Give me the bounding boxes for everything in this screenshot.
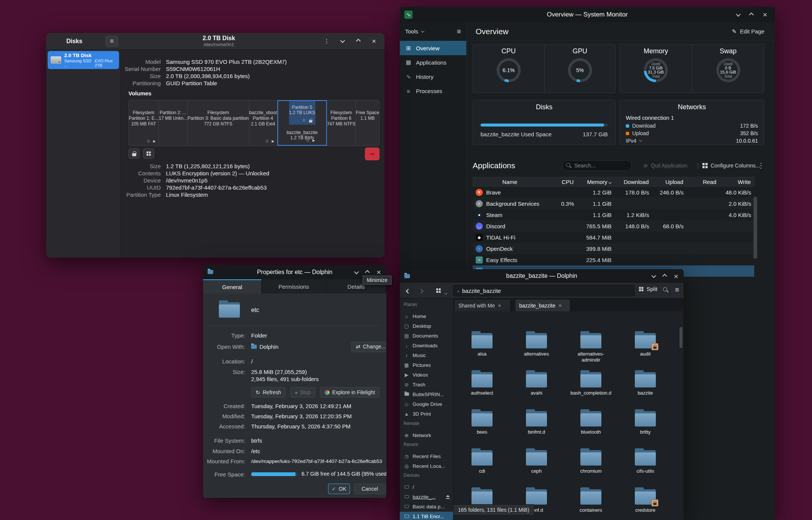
table-header[interactable]: Name CPU Memory Download Upload Read Wri…	[473, 177, 754, 187]
breadcrumb[interactable]: bazzite_bazzite	[462, 288, 501, 294]
sidebar-item-overview[interactable]: ⊞ Overview	[400, 41, 466, 55]
delete-partition-button[interactable]: −	[365, 148, 380, 160]
volume-partition-3[interactable]: FilesystemPartition 3: Basic data partit…	[188, 100, 249, 146]
cancel-button[interactable]: Cancel	[354, 484, 386, 494]
view-scrollbar[interactable]	[679, 327, 682, 348]
hamburger-menu-icon[interactable]: ≡	[675, 286, 679, 294]
close-icon[interactable]: ×	[377, 268, 381, 276]
sidebar-item-applications[interactable]: ▦ Applications	[400, 55, 466, 69]
forward-button[interactable]	[419, 288, 423, 294]
minimize-icon[interactable]	[337, 36, 348, 47]
sidebar-item-recent-files[interactable]: ◷Recent Files	[400, 452, 453, 461]
search-field[interactable]	[562, 160, 632, 171]
volume-partition-5-selected[interactable]: Partition 51.2 TB LUKS ☆ bazzite_bazzite…	[277, 100, 327, 146]
hamburger-menu-icon[interactable]: ≡	[105, 36, 118, 47]
hamburger-menu-icon[interactable]: ≡	[457, 27, 461, 36]
table-row-background-services[interactable]: ≡Background Services 0.3%1.1 GiB2.0 KiB/…	[473, 198, 754, 209]
folder-item[interactable]: alternatives-admindir	[570, 331, 612, 363]
folder-item[interactable]: ceph	[515, 448, 557, 474]
sidebar-item-documents[interactable]: ▤Documents	[400, 331, 453, 340]
folder-item[interactable]: binfmt.d	[515, 409, 557, 435]
folder-item[interactable]: bees	[461, 409, 503, 435]
close-icon[interactable]: ×	[763, 11, 767, 18]
col-read[interactable]: Read	[686, 179, 719, 185]
sidebar-item-trash[interactable]: ⊘Trash	[400, 380, 453, 389]
maximize-icon[interactable]	[353, 36, 363, 47]
dolphin-titlebar[interactable]: bazzite_bazzite — Dolphin ×	[400, 269, 684, 283]
volume-partition-2[interactable]: Partition 2: ...17 MB Unkn...	[159, 100, 188, 146]
folder-item[interactable]: bash_completion.d	[570, 370, 612, 396]
tab-shared-with-me[interactable]: Shared with Me ×	[455, 300, 510, 311]
sidebar-item-encrypted-drive[interactable]: 1.1 TiB Encr...	[400, 512, 453, 520]
table-row-discord[interactable]: ◡Discord 765.5 MiB148.0 B/s68.0 B/s	[473, 220, 754, 232]
sidebar-item-basic-data[interactable]: Basic data p...	[400, 502, 453, 511]
quit-application-button[interactable]: ⊘ Quit Application	[643, 163, 687, 169]
sidebar-item-recent-locations[interactable]: ◎Recent Loca...	[400, 461, 453, 470]
tab-close-icon[interactable]: ×	[498, 302, 501, 309]
table-row-brave[interactable]: ▼Brave 1.2 GiB178.0 B/s246.0 B/s48.0 KiB…	[473, 187, 754, 198]
ok-button[interactable]: ✓OK	[328, 484, 350, 494]
change-button[interactable]: ⇄Change...	[351, 342, 386, 352]
search-icon[interactable]	[663, 287, 668, 294]
tab-permissions[interactable]: Permissions	[262, 279, 326, 294]
folder-item[interactable]: containers	[570, 487, 612, 513]
minimize-icon[interactable]	[652, 273, 655, 279]
sidebar-item-processes[interactable]: ≡ Processes	[400, 84, 466, 98]
table-row-tidal[interactable]: ◆TIDAL Hi-Fi 584.7 MiB	[473, 232, 754, 243]
maximize-icon[interactable]	[750, 11, 753, 18]
properties-titlebar[interactable]: Properties for etc — Dolphin ×	[203, 265, 386, 279]
folder-item[interactable]: alternatives	[515, 331, 557, 357]
col-write[interactable]: Write	[719, 179, 754, 185]
folder-item[interactable]: chromium	[570, 448, 612, 474]
sidebar-item-home[interactable]: ⌂Home	[400, 312, 453, 321]
col-memory[interactable]: Memory	[577, 179, 614, 185]
col-name[interactable]: Name	[473, 179, 547, 185]
sidebar-item-pictures[interactable]: ▦Pictures	[400, 360, 453, 369]
btrfs-volume[interactable]: bazzite_bazzite1.2 TB Btrfs ☆▶	[286, 125, 318, 145]
col-cpu[interactable]: CPU	[547, 179, 577, 185]
table-row-opendeck[interactable]: ◦OpenDeck 399.8 MiB	[473, 243, 754, 254]
volume-options-button[interactable]	[143, 148, 154, 159]
search-input[interactable]	[574, 163, 619, 169]
maximize-icon[interactable]	[663, 273, 666, 279]
sysmon-titlebar[interactable]: ∿ Overview — System Monitor ×	[400, 7, 775, 22]
folder-item[interactable]: authselect	[461, 370, 503, 396]
volume-partition-4[interactable]: bazzite_xbootPartition 42.1 GB Ext4 ☆▶	[249, 100, 277, 146]
sidebar-item-root[interactable]: /	[400, 482, 453, 491]
folder-item[interactable]: audit	[624, 331, 666, 357]
disks-headerbar[interactable]: Disks ≡ 2.0 TB Disk /dev/nvme0n1 ⋮ ×	[46, 33, 384, 50]
maximize-icon[interactable]	[366, 269, 369, 276]
explore-filelight-button[interactable]: Explore in Filelight	[320, 387, 380, 398]
sidebar-item-network[interactable]: ⊕Network	[400, 431, 453, 440]
configure-columns-button[interactable]: Configure Columns...	[702, 163, 760, 169]
minimize-icon[interactable]	[355, 269, 358, 276]
folder-item[interactable]: cifs-utils	[624, 448, 666, 474]
folder-item[interactable]: brltty	[624, 409, 666, 435]
eject-icon[interactable]	[446, 495, 450, 499]
sidebar-item-disk[interactable]: 2.0 TB Disk Samsung SSD …EVO Plus 2TB	[48, 51, 119, 69]
col-upload[interactable]: Upload	[652, 179, 686, 185]
table-scrollbar[interactable]	[753, 197, 757, 259]
volume-free-space[interactable]: Free Space1.1 MB	[356, 100, 379, 146]
refresh-button[interactable]: ↻Refresh	[251, 387, 286, 398]
volume-partition-1[interactable]: FilesystemPartition 1: E...105 MB FAT ☆▶	[129, 100, 159, 146]
col-download[interactable]: Download	[614, 179, 652, 185]
stop-button[interactable]: ■Stop	[291, 387, 315, 398]
view-mode-chevron-icon[interactable]	[445, 289, 447, 296]
folder-item[interactable]: credstore	[624, 487, 666, 513]
split-button[interactable]: Split	[639, 286, 657, 292]
volume-partition-6[interactable]: FilesystemPartition 6747 MB NTFS	[327, 100, 356, 146]
table-row-easy-effects[interactable]: ≈Easy Effects 225.4 MiB	[473, 254, 754, 265]
sidebar-item-history[interactable]: ∿ History	[400, 69, 466, 84]
sidebar-item-google-drive[interactable]: ◇Google Drive	[400, 399, 453, 408]
folder-item[interactable]: bazzite	[624, 370, 666, 396]
sidebar-item-bazzite-mount[interactable]: bazzite_...	[400, 492, 453, 501]
sidebar-item-desktop[interactable]: ▢Desktop	[400, 321, 453, 330]
tab-bazzite-bazzite[interactable]: bazzite_bazzite ×	[515, 300, 570, 311]
edit-page-button[interactable]: ✎ Edit Page	[732, 28, 764, 35]
sidebar-item-3d-print[interactable]: ▲3D Print	[400, 409, 453, 418]
close-icon[interactable]: ×	[369, 36, 379, 47]
folder-item[interactable]: bluetooth	[570, 409, 612, 435]
location-bar[interactable]: › bazzite_bazzite	[453, 285, 634, 296]
lock-volume-button[interactable]	[128, 148, 140, 159]
